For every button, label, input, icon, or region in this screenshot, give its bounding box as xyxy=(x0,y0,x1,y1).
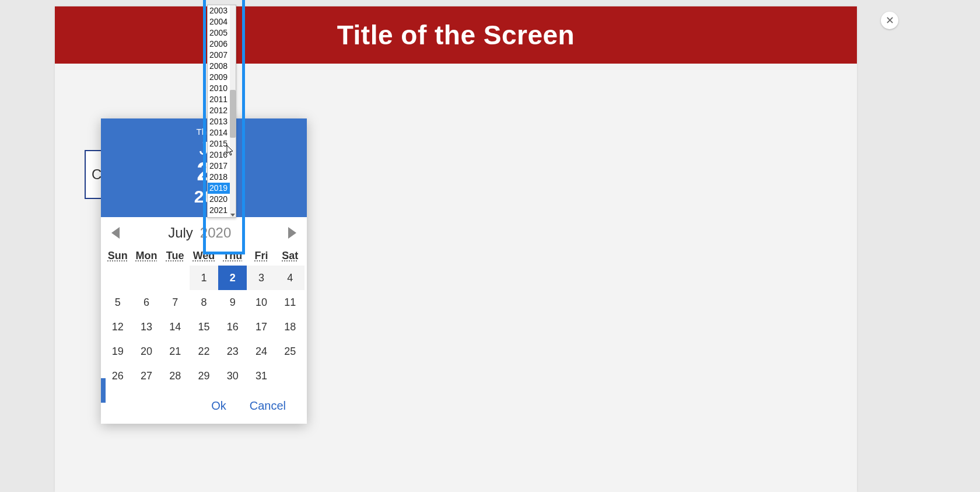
year-option-2009[interactable]: 2009 xyxy=(208,72,230,83)
calendar-day-9[interactable]: 9 xyxy=(218,290,247,315)
calendar-day-21[interactable]: 21 xyxy=(161,339,190,364)
year-option-2014[interactable]: 2014 xyxy=(208,127,230,138)
calendar-day-1[interactable]: 1 xyxy=(190,266,218,290)
date-picker-header: Thu J 2 20 xyxy=(101,118,307,217)
calendar-day-2[interactable]: 2 xyxy=(218,266,247,290)
year-option-2007[interactable]: 2007 xyxy=(208,50,230,61)
calendar-day-30[interactable]: 30 xyxy=(218,364,247,388)
close-button[interactable]: ✕ xyxy=(881,12,898,29)
year-option-2018[interactable]: 2018 xyxy=(208,172,230,183)
month-nav: July xyxy=(101,217,307,245)
year-option-2013[interactable]: 2013 xyxy=(208,116,230,127)
date-picker-actions: Ok Cancel xyxy=(101,390,307,424)
year-option-2006[interactable]: 2006 xyxy=(208,39,230,50)
title-banner: Title of the Screen xyxy=(55,6,857,64)
calendar-day-15[interactable]: 15 xyxy=(190,315,218,339)
calendar-day-18[interactable]: 18 xyxy=(276,315,304,339)
date-picker: Thu J 2 20 July SunMonTueWedThuFriSat 12… xyxy=(101,118,307,424)
calendar-day-26[interactable]: 26 xyxy=(103,364,132,388)
year-option-2011[interactable]: 2011 xyxy=(208,94,230,105)
calendar-day-27[interactable]: 27 xyxy=(132,364,160,388)
dow-sun: Sun xyxy=(103,250,132,262)
calendar-day-8[interactable]: 8 xyxy=(190,290,218,315)
year-option-2005[interactable]: 2005 xyxy=(208,27,230,39)
header-year: 20 xyxy=(101,188,307,205)
calendar-cell-empty xyxy=(103,266,132,290)
calendar-day-13[interactable]: 13 xyxy=(132,315,160,339)
year-option-2008[interactable]: 2008 xyxy=(208,61,230,72)
year-select[interactable] xyxy=(199,224,240,242)
chevron-down-icon[interactable] xyxy=(230,214,235,217)
year-option-2015[interactable]: 2015 xyxy=(208,138,230,149)
calendar-day-6[interactable]: 6 xyxy=(132,290,160,315)
calendar-day-10[interactable]: 10 xyxy=(247,290,275,315)
dow-wed: Wed xyxy=(190,250,218,262)
calendar-day-17[interactable]: 17 xyxy=(247,315,275,339)
year-option-2021[interactable]: 2021 xyxy=(208,205,230,216)
calendar-day-25[interactable]: 25 xyxy=(276,339,304,364)
year-option-2017[interactable]: 2017 xyxy=(208,160,230,172)
calendar-day-4[interactable]: 4 xyxy=(276,266,304,290)
calendar-day-14[interactable]: 14 xyxy=(161,315,190,339)
calendar-day-16[interactable]: 16 xyxy=(218,315,247,339)
calendar-day-3[interactable]: 3 xyxy=(247,266,275,290)
calendar-cell-empty xyxy=(276,364,304,388)
year-option-2010[interactable]: 2010 xyxy=(208,83,230,94)
prev-month-icon[interactable] xyxy=(111,227,120,239)
year-option-2016[interactable]: 2016 xyxy=(208,149,230,160)
calendar-day-31[interactable]: 31 xyxy=(247,364,275,388)
next-month-icon[interactable] xyxy=(288,227,296,239)
calendar-day-22[interactable]: 22 xyxy=(190,339,218,364)
calendar-day-12[interactable]: 12 xyxy=(103,315,132,339)
year-option-2020[interactable]: 2020 xyxy=(208,194,230,205)
year-option-2012[interactable]: 2012 xyxy=(208,105,230,116)
header-month: J xyxy=(101,139,307,158)
calendar-day-7[interactable]: 7 xyxy=(161,290,190,315)
calendar-day-24[interactable]: 24 xyxy=(247,339,275,364)
cancel-button[interactable]: Cancel xyxy=(246,399,289,413)
calendar-cell-empty xyxy=(161,266,190,290)
calendar-cell-empty xyxy=(132,266,160,290)
month-label[interactable]: July xyxy=(168,225,193,241)
year-option-2019[interactable]: 2019 xyxy=(208,183,230,194)
year-dropdown-scrollbar-thumb[interactable] xyxy=(230,90,236,138)
header-weekday: Thu xyxy=(101,127,307,137)
day-of-week-header: SunMonTueWedThuFriSat xyxy=(101,245,307,266)
close-icon: ✕ xyxy=(886,14,894,27)
calendar-day-20[interactable]: 20 xyxy=(132,339,160,364)
calendar-day-5[interactable]: 5 xyxy=(103,290,132,315)
dow-mon: Mon xyxy=(132,250,160,262)
year-dropdown-scrollbar-track[interactable] xyxy=(230,5,236,217)
dow-thu: Thu xyxy=(218,250,247,262)
calendar-day-19[interactable]: 19 xyxy=(103,339,132,364)
year-option-2003[interactable]: 2003 xyxy=(208,5,230,16)
calendar-day-11[interactable]: 11 xyxy=(276,290,304,315)
dow-fri: Fri xyxy=(247,250,275,262)
dow-tue: Tue xyxy=(161,250,190,262)
calendar-day-23[interactable]: 23 xyxy=(218,339,247,364)
page-title: Title of the Screen xyxy=(337,19,575,51)
ok-button[interactable]: Ok xyxy=(208,399,230,413)
dow-sat: Sat xyxy=(276,250,304,262)
today-indicator-bar xyxy=(101,378,106,403)
calendar-day-28[interactable]: 28 xyxy=(161,364,190,388)
calendar-day-29[interactable]: 29 xyxy=(190,364,218,388)
year-dropdown-list[interactable]: 2003200420052006200720082009201020112012… xyxy=(207,5,236,218)
header-day: 2 xyxy=(101,159,307,184)
year-option-2004[interactable]: 2004 xyxy=(208,16,230,27)
calendar-grid: 1234567891011121314151617181920212223242… xyxy=(101,266,307,390)
